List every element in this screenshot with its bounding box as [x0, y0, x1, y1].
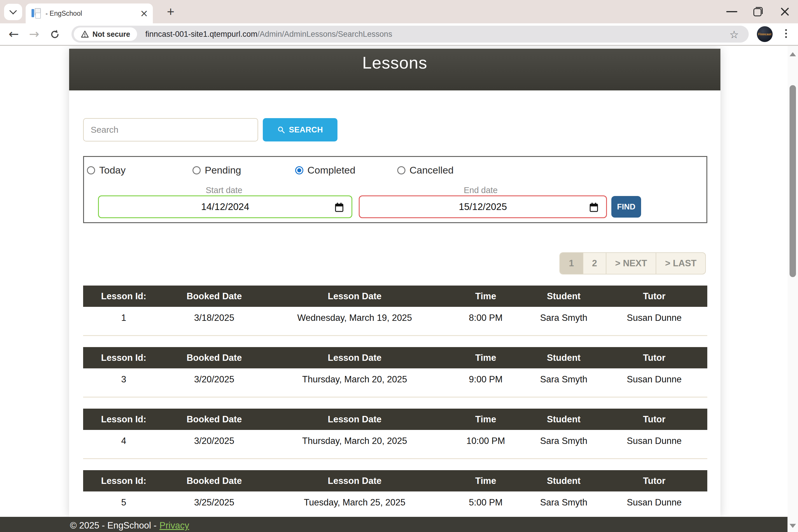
scrollbar-thumb[interactable]: [790, 85, 796, 277]
scrollbar[interactable]: [787, 46, 798, 532]
end-date-value: 15/12/2025: [459, 201, 507, 212]
cell-time: 5:00 PM: [445, 497, 526, 508]
col-lesson-date: Lesson Date: [264, 353, 445, 363]
engschool-favicon-icon: [32, 8, 40, 19]
cell-lesson-date: Thursday, March 20, 2025: [264, 374, 445, 385]
radio-icon: [192, 166, 201, 174]
security-chip[interactable]: Not secure: [74, 27, 137, 41]
col-booked-date: Booked Date: [164, 414, 264, 425]
lesson-table-header: Lesson Id: Booked Date Lesson Date Time …: [83, 470, 707, 492]
table-row: 1 3/18/2025 Wednesday, March 19, 2025 8:…: [83, 307, 707, 329]
col-tutor: Tutor: [601, 353, 707, 363]
cell-lesson-date: Wednesday, March 19, 2025: [264, 313, 445, 323]
cell-booked-date: 3/20/2025: [164, 436, 264, 446]
back-button[interactable]: [7, 27, 20, 41]
col-student: Student: [526, 414, 601, 425]
cell-student: Sara Smyth: [526, 313, 601, 323]
url-text: finncast-001-site1.qtempurl.com/Admin/Ad…: [145, 30, 392, 39]
radio-icon: [87, 166, 95, 174]
cell-student: Sara Smyth: [526, 374, 601, 385]
browser-tab[interactable]: - EngSchool: [26, 3, 153, 23]
find-button[interactable]: FIND: [611, 196, 641, 217]
cell-lesson-date: Tuesday, March 25, 2025: [264, 497, 445, 508]
cell-lesson-id: 4: [83, 436, 164, 446]
cell-time: 10:00 PM: [445, 436, 526, 446]
page-header-banner: Lessons: [69, 49, 720, 90]
new-tab-button[interactable]: [164, 5, 177, 19]
cell-lesson-id: 1: [83, 313, 164, 323]
search-button[interactable]: SEARCH: [263, 118, 338, 141]
radio-cancelled[interactable]: Cancelled: [397, 165, 454, 176]
lesson-table: Lesson Id: Booked Date Lesson Date Time …: [83, 286, 707, 336]
col-lesson-id: Lesson Id:: [83, 414, 164, 425]
security-label: Not secure: [93, 30, 130, 38]
radio-completed[interactable]: Completed: [295, 165, 355, 176]
cell-booked-date: 3/20/2025: [164, 374, 264, 385]
table-row: 3 3/20/2025 Thursday, March 20, 2025 9:0…: [83, 368, 707, 390]
col-lesson-id: Lesson Id:: [83, 353, 164, 363]
col-lesson-date: Lesson Date: [264, 476, 445, 486]
tab-search-button[interactable]: [4, 4, 22, 20]
browser-toolbar: Not secure finncast-001-site1.qtempurl.c…: [0, 23, 798, 46]
search-row: SEARCH: [83, 118, 720, 141]
radio-pending[interactable]: Pending: [192, 165, 241, 176]
table-row: 4 3/20/2025 Thursday, March 20, 2025 10:…: [83, 430, 707, 452]
tab-title: - EngSchool: [45, 10, 139, 18]
radio-label: Completed: [307, 165, 355, 176]
end-date-label: End date: [422, 186, 539, 195]
col-time: Time: [445, 353, 526, 363]
window-close-button[interactable]: [780, 7, 790, 17]
window-restore-button[interactable]: [753, 7, 763, 16]
cell-lesson-id: 3: [83, 374, 164, 385]
url-path: /Admin/AdminLessons/SearchLessons: [257, 30, 392, 38]
col-booked-date: Booked Date: [164, 291, 264, 302]
cell-tutor: Susan Dunne: [601, 374, 707, 385]
profile-avatar[interactable]: Finncast: [757, 26, 773, 42]
col-time: Time: [445, 291, 526, 302]
lesson-table: Lesson Id: Booked Date Lesson Date Time …: [83, 347, 707, 398]
col-tutor: Tutor: [601, 291, 707, 302]
cell-tutor: Susan Dunne: [601, 313, 707, 323]
url-host: finncast-001-site1.qtempurl.com: [145, 30, 257, 38]
start-date-value: 14/12/2024: [201, 201, 249, 212]
cell-student: Sara Smyth: [526, 497, 601, 508]
col-tutor: Tutor: [601, 476, 707, 486]
tab-close-icon[interactable]: [139, 9, 149, 18]
page-footer: © 2025 - EngSchool - Privacy: [0, 517, 787, 532]
col-tutor: Tutor: [601, 414, 707, 425]
next-page-button[interactable]: > NEXT: [606, 253, 656, 274]
lesson-table: Lesson Id: Booked Date Lesson Date Time …: [83, 470, 707, 520]
last-page-button[interactable]: > LAST: [656, 253, 705, 274]
radio-label: Today: [99, 165, 126, 176]
col-lesson-id: Lesson Id:: [83, 476, 164, 486]
search-button-label: SEARCH: [289, 126, 323, 134]
col-time: Time: [445, 476, 526, 486]
scroll-down-icon[interactable]: [790, 524, 796, 528]
page-1-button[interactable]: 1: [560, 253, 583, 274]
col-lesson-date: Lesson Date: [264, 414, 445, 425]
cell-lesson-date: Thursday, March 20, 2025: [264, 436, 445, 446]
window-minimize-button[interactable]: [726, 11, 737, 12]
calendar-icon[interactable]: [589, 202, 598, 215]
filter-panel: Today Pending Completed Cancelled Start …: [83, 156, 707, 223]
end-date-input[interactable]: 15/12/2025: [359, 195, 607, 218]
cell-booked-date: 3/25/2025: [164, 497, 264, 508]
col-time: Time: [445, 414, 526, 425]
radio-today[interactable]: Today: [87, 165, 126, 176]
search-input[interactable]: [83, 118, 258, 141]
calendar-icon[interactable]: [335, 202, 344, 215]
cell-tutor: Susan Dunne: [601, 436, 707, 446]
reload-button[interactable]: [49, 28, 61, 40]
col-booked-date: Booked Date: [164, 476, 264, 486]
page-2-button[interactable]: 2: [583, 253, 606, 274]
bookmark-star-icon[interactable]: [729, 28, 739, 40]
col-booked-date: Booked Date: [164, 353, 264, 363]
browser-menu-button[interactable]: [783, 27, 789, 41]
browser-titlebar: - EngSchool: [0, 0, 798, 23]
address-bar[interactable]: Not secure finncast-001-site1.qtempurl.c…: [72, 26, 749, 43]
warning-icon: [81, 30, 89, 38]
lesson-table: Lesson Id: Booked Date Lesson Date Time …: [83, 408, 707, 459]
privacy-link[interactable]: Privacy: [159, 520, 189, 531]
start-date-input[interactable]: 14/12/2024: [98, 195, 352, 218]
scroll-up-icon[interactable]: [790, 52, 796, 56]
